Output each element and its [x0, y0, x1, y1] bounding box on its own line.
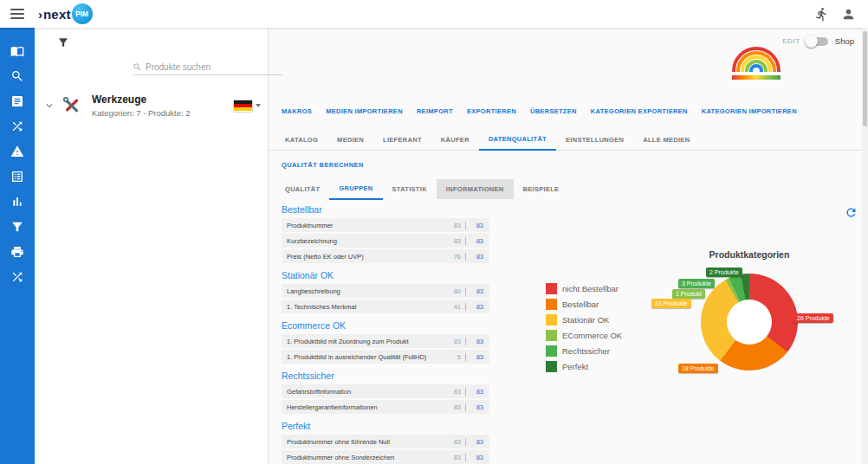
legend-item[interactable]: Rechtssicher [546, 345, 622, 357]
calculate-quality-button[interactable]: QUALITÄT BERECHNEN [282, 161, 364, 169]
tools-icon [61, 94, 83, 117]
table-row[interactable]: Herstellergarantieinformationen 83 83 [282, 400, 489, 414]
table-row[interactable]: Langbeschreibung 80 83 [282, 284, 489, 298]
flag-dropdown-icon[interactable] [256, 104, 261, 107]
donut-chart[interactable] [701, 274, 798, 371]
tab-alle-medien[interactable]: ALLE MEDIEN [633, 130, 699, 150]
search-icon[interactable] [0, 63, 35, 88]
menu-icon[interactable] [10, 6, 24, 22]
section-ecommerce-ok: Ecommerce OK 1. Produktbild mit Zuordnun… [282, 320, 489, 364]
refresh-icon[interactable] [845, 206, 858, 219]
action-makros[interactable]: MAKROS [282, 107, 312, 115]
action-kategorien-importieren[interactable]: KATEGORIEN IMPORTIEREN [702, 107, 797, 115]
category-node-werkzeuge[interactable]: Werkzeuge Kategorien: 7 - Produkte: 2 [43, 93, 261, 118]
language-selector[interactable] [234, 100, 261, 112]
subtab-gruppen[interactable]: GRUPPEN [329, 178, 382, 200]
scrollbar[interactable] [862, 28, 868, 464]
shop-label: Shop [835, 36, 854, 46]
donut-hole [727, 300, 772, 345]
action-medien-importieren[interactable]: MEDIEN IMPORTIEREN [326, 107, 403, 115]
legend-item[interactable]: ECommerce OK [546, 330, 622, 341]
subtab-informationen[interactable]: INFORMATIONEN [437, 179, 514, 199]
search-input[interactable] [146, 62, 282, 72]
category-node-text: Werkzeuge Kategorien: 7 - Produkte: 2 [92, 93, 234, 118]
subtab-beispiele[interactable]: BEISPIELE [514, 179, 569, 199]
list-alt-icon[interactable] [0, 164, 35, 189]
filter-icon[interactable] [0, 214, 35, 239]
action-reimport[interactable]: REIMPORT [417, 107, 453, 115]
tab-katalog[interactable]: KATALOG [275, 130, 327, 150]
brand-chevron-icon: › [38, 7, 42, 22]
table-row[interactable]: Produktnummer 83 83 [282, 218, 489, 232]
row-label: Produktnummer ohne führende Null [287, 438, 454, 446]
table-row[interactable]: Kurzbezeichnung 83 83 [282, 234, 489, 248]
table-row[interactable]: Gefahrstoffinformation 83 83 [282, 384, 489, 398]
subtab-qualitaet[interactable]: QUALITÄT [275, 179, 329, 199]
section-title: Rechtssicher [282, 371, 489, 381]
user-icon[interactable] [841, 7, 856, 22]
row-total: 83 [466, 403, 483, 411]
legend-item[interactable]: Stationär OK [546, 314, 622, 325]
legend-label: Rechtssicher [562, 346, 610, 356]
rainbow-arcs-icon [732, 47, 781, 72]
row-label: Produktnummer ohne Sonderzeichen [287, 454, 454, 461]
legend-swatch-red [546, 283, 557, 294]
running-person-icon[interactable] [814, 7, 829, 22]
row-value: 83 [454, 454, 466, 461]
table-row[interactable]: 1. Produktbild in ausreichender Qualität… [282, 350, 489, 364]
print-icon[interactable] [0, 239, 35, 264]
chevron-down-icon[interactable] [43, 100, 55, 112]
category-name: Werkzeuge [92, 93, 234, 106]
shop-toggle[interactable] [807, 37, 828, 46]
toggle-knob [805, 35, 818, 48]
row-value: 83 [454, 403, 466, 411]
shuffle-variant-icon[interactable] [0, 264, 35, 289]
quality-groups-list: Bestellbar Produktnummer 83 83 Kurzbezei… [282, 204, 489, 464]
brand-pim-badge: PIM [72, 3, 93, 24]
row-value: 83 [454, 438, 466, 446]
legend-item[interactable]: Bestellbar [546, 299, 622, 310]
chart-label-stationaer: 23 Produkte [651, 299, 691, 308]
row-label: 1. Technisches Merkmal [287, 303, 454, 311]
table-row[interactable]: Produktnummer ohne führende Null 83 83 [282, 435, 489, 448]
row-value: 83 [454, 237, 466, 245]
legend-item[interactable]: Perfekt [546, 361, 622, 372]
tab-kaeufer[interactable]: KÄUFER [431, 130, 479, 150]
panel-filter-icon[interactable] [57, 36, 69, 48]
product-search[interactable] [133, 62, 282, 75]
row-total: 83 [466, 338, 483, 345]
legend-label: ECommerce OK [562, 331, 622, 340]
section-title: Ecommerce OK [282, 320, 489, 331]
product-categories-chart: Produktkategorien 2 Produkte 3 Produkte … [641, 246, 868, 402]
table-row[interactable]: Preis (Netto EK oder UVP) 76 83 [282, 249, 489, 263]
row-label: Herstellergarantieinformationen [287, 403, 454, 411]
legend-item[interactable]: nicht Bestellbar [546, 283, 622, 294]
bar-chart-icon[interactable] [0, 189, 35, 214]
chart-label-ecommerce: 1 Produkt [672, 289, 705, 299]
catalog-book-icon[interactable] [0, 38, 35, 63]
section-stationaer-ok: Stationär OK Langbeschreibung 80 83 1. T… [282, 270, 489, 313]
tab-medien[interactable]: MEDIEN [327, 130, 373, 150]
action-exportieren[interactable]: EXPORTIEREN [467, 107, 516, 115]
subtab-statistik[interactable]: STATISTIK [383, 179, 437, 199]
action-uebersetzen[interactable]: ÜBERSETZEN [530, 107, 577, 115]
scrollbar-thumb[interactable] [863, 31, 867, 126]
main-content: EDIT Shop MAKROS MEDIEN IMPORTIEREN REIM… [269, 28, 868, 464]
app-header: › next PIM [0, 0, 868, 28]
tab-lieferant[interactable]: LIEFERANT [373, 130, 431, 150]
table-row[interactable]: Produktnummer ohne Sonderzeichen 83 83 [282, 450, 489, 464]
shuffle-icon[interactable] [0, 113, 35, 139]
warning-icon[interactable] [0, 139, 35, 164]
tab-einstellungen[interactable]: EINSTELLUNGEN [556, 130, 633, 150]
table-row[interactable]: 1. Technisches Merkmal 41 83 [282, 300, 489, 313]
section-rechtssicher: Rechtssicher Gefahrstoffinformation 83 8… [282, 371, 489, 414]
chart-legend: nicht Bestellbar Bestellbar Stationär OK… [546, 283, 622, 377]
action-kategorien-exportieren[interactable]: KATEGORIEN EXPORTIEREN [591, 107, 688, 115]
article-icon[interactable] [0, 88, 35, 113]
row-total: 83 [466, 388, 483, 396]
table-row[interactable]: 1. Produktbild mit Zuordnung zum Produkt… [282, 334, 489, 348]
row-label: Langbeschreibung [287, 287, 454, 295]
row-label: 1. Produktbild in ausreichender Qualität… [287, 353, 457, 361]
tab-datenqualitaet[interactable]: DATENQUALITÄT [479, 129, 556, 151]
row-total: 83 [466, 303, 483, 311]
